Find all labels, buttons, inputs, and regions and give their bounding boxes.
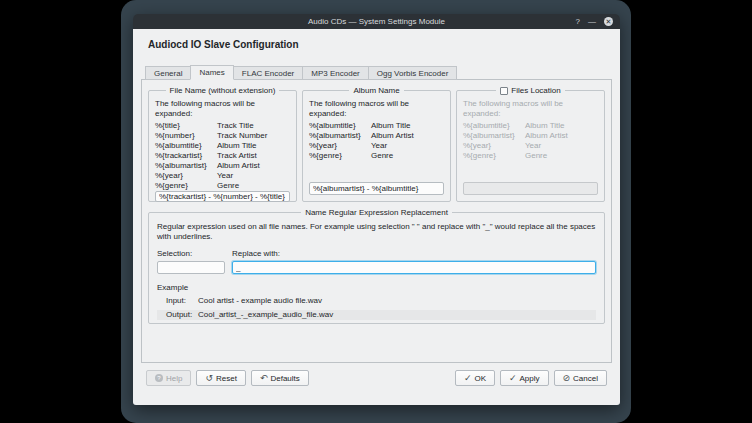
macro-description: Album Title bbox=[525, 121, 565, 131]
macro-row: %{albumtitle}Album Title bbox=[155, 141, 290, 151]
regex-replacement-group: Name Regular Expression Replacement Regu… bbox=[148, 212, 605, 324]
macro-description: Year bbox=[371, 141, 387, 151]
macro-description: Track Title bbox=[217, 121, 254, 131]
help-button[interactable]: ? Help bbox=[146, 370, 191, 386]
macro-token: %{genre} bbox=[155, 181, 217, 191]
defaults-icon: ↶ bbox=[260, 374, 268, 383]
files-location-label: Files Location bbox=[511, 86, 560, 95]
macro-token: %{albumtitle} bbox=[463, 121, 525, 131]
macro-row: %{genre}Genre bbox=[463, 151, 598, 161]
macro-row: %{albumtitle}Album Title bbox=[309, 121, 444, 131]
macro-description: Album Artist bbox=[371, 131, 414, 141]
tab-ogg-vorbis-encoder[interactable]: Ogg Vorbis Encoder bbox=[368, 66, 458, 80]
macro-description: Genre bbox=[371, 151, 393, 161]
titlebar-help-button[interactable]: ? bbox=[576, 14, 580, 29]
macro-row: %{title}Track Title bbox=[155, 121, 290, 131]
group-title: Name Regular Expression Replacement bbox=[149, 208, 604, 217]
tab-mp3-encoder[interactable]: MP3 Encoder bbox=[302, 66, 367, 80]
macro-hint: The following macros will be expanded: bbox=[463, 99, 598, 119]
macro-token: %{albumtitle} bbox=[309, 121, 371, 131]
example-output-row: Output: Cool_artist_-_example_audio_file… bbox=[157, 310, 596, 320]
macro-token: %{albumartist} bbox=[309, 131, 371, 141]
macro-description: Genre bbox=[217, 181, 239, 191]
example-output-value: Cool_artist_-_example_audio_file.wav bbox=[198, 310, 333, 320]
macro-token: %{albumartist} bbox=[155, 161, 217, 171]
example-output-label: Output: bbox=[166, 310, 198, 320]
macro-row: %{year}Year bbox=[309, 141, 444, 151]
album-name-pattern-input[interactable] bbox=[309, 182, 444, 195]
macro-description: Album Artist bbox=[217, 161, 260, 171]
minimize-button[interactable]: — bbox=[588, 14, 596, 29]
files-location-group: Files Location The following macros will… bbox=[456, 90, 605, 202]
macro-description: Track Artist bbox=[217, 151, 257, 161]
macro-row: %{genre}Genre bbox=[155, 181, 290, 191]
macro-row: %{albumartist}Album Artist bbox=[463, 131, 598, 141]
page-title: Audiocd IO Slave Configuration bbox=[148, 39, 299, 50]
macro-token: %{trackartist} bbox=[155, 151, 217, 161]
ok-button[interactable]: ✓ OK bbox=[455, 370, 495, 386]
reset-button[interactable]: ↺ Reset bbox=[196, 370, 245, 386]
apply-button[interactable]: ✓ Apply bbox=[500, 370, 549, 386]
tab-names[interactable]: Names bbox=[190, 65, 233, 80]
macro-hint: The following macros will be expanded: bbox=[309, 99, 444, 119]
desktop-background: Audio CDs — System Settings Module ? — ✕… bbox=[0, 0, 752, 423]
group-title: Album Name bbox=[303, 86, 450, 95]
file-name-pattern-input[interactable] bbox=[155, 191, 290, 202]
macro-token: %{title} bbox=[155, 121, 217, 131]
macro-token: %{number} bbox=[155, 131, 217, 141]
macro-description: Genre bbox=[525, 151, 547, 161]
tab-general[interactable]: General bbox=[145, 66, 190, 80]
files-location-input[interactable] bbox=[463, 182, 598, 195]
right-button-group: ✓ OK ✓ Apply ⊘ Cancel bbox=[455, 370, 607, 386]
album-name-group: Album Name The following macros will be … bbox=[302, 90, 451, 202]
selection-input[interactable] bbox=[157, 261, 225, 274]
example-input-value: Cool artist - example audio file.wav bbox=[198, 296, 322, 306]
cancel-button[interactable]: ⊘ Cancel bbox=[554, 370, 607, 386]
macro-row: %{year}Year bbox=[463, 141, 598, 151]
macro-row: %{albumtitle}Album Title bbox=[463, 121, 598, 131]
titlebar-controls: ? — ✕ bbox=[576, 14, 613, 29]
left-button-group: ? Help ↺ Reset ↶ Defaults bbox=[146, 370, 309, 386]
group-title: File Name (without extension) bbox=[149, 86, 296, 95]
files-location-checkbox[interactable] bbox=[500, 87, 508, 95]
titlebar[interactable]: Audio CDs — System Settings Module ? — ✕ bbox=[133, 14, 620, 29]
macro-description: Album Title bbox=[217, 141, 257, 151]
macro-token: %{albumartist} bbox=[463, 131, 525, 141]
macro-token: %{albumtitle} bbox=[155, 141, 217, 151]
macro-token: %{genre} bbox=[309, 151, 371, 161]
macro-row: %{albumartist}Album Artist bbox=[309, 131, 444, 141]
macro-row: %{trackartist}Track Artist bbox=[155, 151, 290, 161]
tab-bar: General Names FLAC Encoder MP3 Encoder O… bbox=[145, 65, 457, 80]
group-title: Files Location bbox=[457, 86, 604, 97]
example-input-label: Input: bbox=[166, 296, 198, 306]
macro-row: %{albumartist}Album Artist bbox=[155, 161, 290, 171]
example-label: Example bbox=[157, 283, 596, 292]
replace-with-input[interactable] bbox=[232, 261, 596, 274]
macro-token: %{genre} bbox=[463, 151, 525, 161]
macro-hint: The following macros will be expanded: bbox=[155, 99, 290, 119]
macro-description: Album Title bbox=[371, 121, 411, 131]
macro-description: Year bbox=[217, 171, 233, 181]
macro-row: %{year}Year bbox=[155, 171, 290, 181]
macro-description: Track Number bbox=[217, 131, 267, 141]
tab-flac-encoder[interactable]: FLAC Encoder bbox=[234, 66, 302, 80]
macro-token: %{year} bbox=[155, 171, 217, 181]
file-name-group: File Name (without extension) The follow… bbox=[148, 90, 297, 202]
dialog-button-row: ? Help ↺ Reset ↶ Defaults bbox=[146, 370, 607, 386]
settings-window: Audio CDs — System Settings Module ? — ✕… bbox=[133, 14, 620, 405]
macro-description: Year bbox=[525, 141, 541, 151]
window-body: Audiocd IO Slave Configuration General N… bbox=[133, 29, 620, 405]
macro-token: %{year} bbox=[463, 141, 525, 151]
close-button[interactable]: ✕ bbox=[604, 17, 613, 26]
macro-row: %{number}Track Number bbox=[155, 131, 290, 141]
groups-row: File Name (without extension) The follow… bbox=[148, 90, 605, 202]
macro-token: %{year} bbox=[309, 141, 371, 151]
example-input-row: Input: Cool artist - example audio file.… bbox=[157, 296, 596, 306]
cancel-icon: ⊘ bbox=[563, 374, 571, 383]
defaults-button[interactable]: ↶ Defaults bbox=[251, 370, 309, 386]
selection-label: Selection: bbox=[157, 249, 225, 258]
ok-check-icon: ✓ bbox=[464, 374, 472, 383]
macro-row: %{genre}Genre bbox=[309, 151, 444, 161]
content-frame: File Name (without extension) The follow… bbox=[141, 79, 612, 363]
regex-description: Regular expression used on all file name… bbox=[157, 222, 596, 242]
